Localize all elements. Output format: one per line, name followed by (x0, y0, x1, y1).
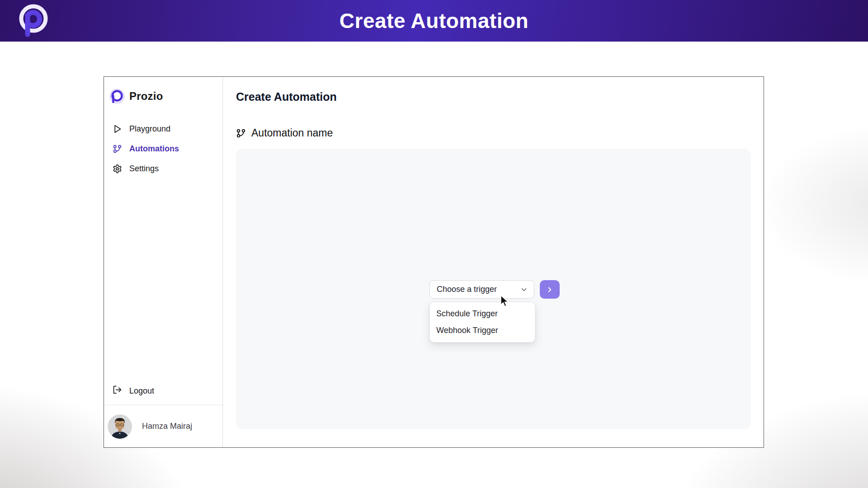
sidebar-item-settings[interactable]: Settings (104, 161, 222, 176)
main-pane: Create Automation Automation name Choose… (223, 77, 764, 447)
play-icon (113, 124, 122, 134)
logout-icon (113, 385, 122, 397)
git-branch-icon (113, 144, 122, 154)
sidebar-item-automations[interactable]: Automations (104, 141, 222, 156)
logout-button[interactable]: Logout (104, 385, 222, 397)
user-profile: Hamza Mairaj (104, 405, 222, 447)
sidebar-item-label: Playground (129, 124, 170, 134)
sidebar-item-label: Automations (129, 144, 179, 154)
page-title: Create Automation (340, 9, 528, 33)
gear-icon (113, 164, 122, 174)
prozio-logo-icon (109, 89, 125, 104)
sidebar-brand: Prozio (104, 77, 222, 104)
chevron-down-icon (520, 286, 528, 294)
sidebar: Prozio Playground Automations Settings (104, 77, 223, 447)
avatar (108, 414, 132, 439)
brand-name: Prozio (129, 90, 163, 103)
logout-label: Logout (129, 386, 154, 396)
automation-name-label: Automation name (251, 127, 333, 139)
trigger-controls: Choose a trigger (429, 280, 560, 299)
menu-item-webhook-trigger[interactable]: Webhook Trigger (430, 322, 535, 339)
sidebar-nav: Playground Automations Settings (104, 121, 222, 176)
top-banner: Create Automation (0, 0, 868, 42)
brand-logo-icon (15, 2, 51, 40)
trigger-select[interactable]: Choose a trigger (429, 280, 534, 299)
automation-name-row[interactable]: Automation name (236, 127, 751, 139)
menu-item-label: Schedule Trigger (436, 309, 498, 319)
sidebar-item-playground[interactable]: Playground (104, 121, 222, 136)
main-title: Create Automation (236, 90, 751, 103)
app-window: Prozio Playground Automations Settings (104, 76, 764, 448)
trigger-dropdown-menu: Schedule Trigger Webhook Trigger (429, 302, 535, 343)
next-button[interactable] (540, 280, 560, 299)
automation-canvas: Choose a trigger Schedule Trigger Webhoo… (236, 149, 751, 429)
chevron-right-icon (546, 286, 554, 294)
git-branch-icon (236, 128, 246, 138)
trigger-select-value: Choose a trigger (437, 285, 497, 294)
sidebar-item-label: Settings (129, 164, 159, 174)
menu-item-schedule-trigger[interactable]: Schedule Trigger (430, 305, 535, 322)
menu-item-label: Webhook Trigger (436, 326, 498, 335)
user-name: Hamza Mairaj (142, 422, 192, 431)
